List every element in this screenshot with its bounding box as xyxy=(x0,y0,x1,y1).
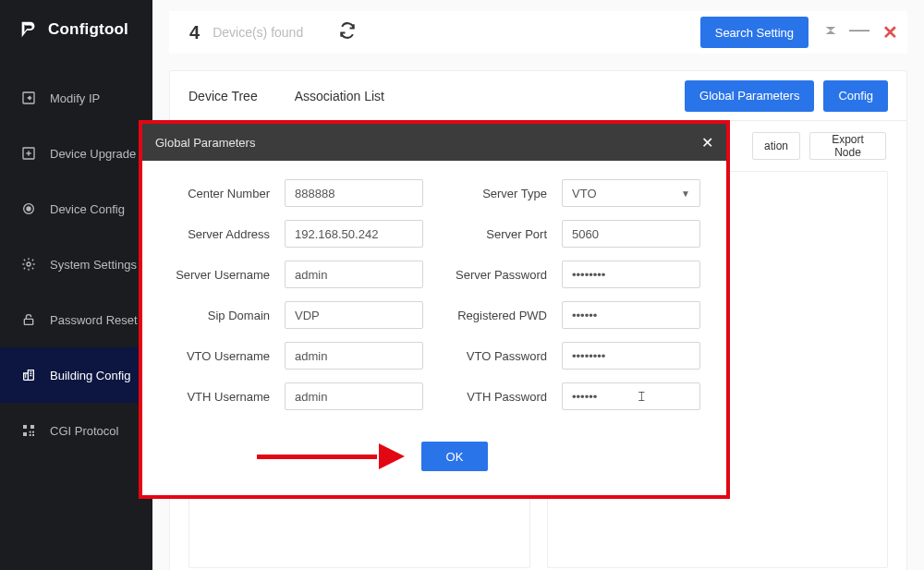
topbar: 4 Device(s) found Search Setting — ✕ xyxy=(169,11,907,54)
tabs-row: Device Tree Association List Global Para… xyxy=(170,71,906,121)
sidebar-item-label: Modify IP xyxy=(50,91,100,105)
svg-rect-7 xyxy=(30,425,34,429)
server-port-input[interactable] xyxy=(562,220,700,248)
center-number-input[interactable] xyxy=(285,179,423,207)
server-username-input[interactable] xyxy=(285,261,423,288)
sidebar-item-label: Building Config xyxy=(50,369,130,382)
label-server-type: Server Type xyxy=(432,187,553,200)
label-server-port: Server Port xyxy=(432,227,553,241)
label-sip-domain: Sip Domain xyxy=(164,309,275,322)
search-setting-button[interactable]: Search Setting xyxy=(700,17,808,48)
tool-button-partial[interactable]: ation xyxy=(752,132,800,160)
tab-device-tree[interactable]: Device Tree xyxy=(188,71,258,120)
vth-username-input[interactable] xyxy=(285,382,423,410)
minimize-button[interactable]: — xyxy=(849,18,869,47)
text-cursor-icon: 𝙸 xyxy=(637,388,647,405)
server-address-input[interactable] xyxy=(285,220,423,248)
sidebar-item-label: System Settings xyxy=(50,258,137,272)
sidebar-item-device-upgrade[interactable]: Device Upgrade xyxy=(0,126,152,181)
app-brand: Configtool xyxy=(0,0,152,59)
sidebar-nav: Modify IP Device Upgrade Device Config S… xyxy=(0,70,152,458)
gear-icon xyxy=(20,257,37,272)
refresh-icon xyxy=(338,21,357,40)
modal-close-button[interactable]: ✕ xyxy=(701,134,713,152)
svg-point-3 xyxy=(27,207,30,211)
target-icon xyxy=(20,201,37,216)
annotation-arrow xyxy=(257,447,405,466)
svg-rect-9 xyxy=(30,431,31,433)
square-return-icon xyxy=(20,91,37,105)
form-grid: Center Number Server Type VTO ▼ Server A… xyxy=(164,179,704,410)
square-plus-icon xyxy=(20,146,37,161)
modal-body: Center Number Server Type VTO ▼ Server A… xyxy=(142,161,726,495)
vto-password-input[interactable] xyxy=(562,342,700,370)
device-found-label: Device(s) found xyxy=(213,25,303,40)
qr-icon xyxy=(20,423,37,438)
label-server-password: Server Password xyxy=(432,268,553,282)
server-password-input[interactable] xyxy=(562,261,700,288)
sidebar-item-label: Device Config xyxy=(50,202,125,216)
close-button[interactable]: ✕ xyxy=(882,21,898,43)
tab-association-list[interactable]: Association List xyxy=(295,71,384,120)
ok-button[interactable]: OK xyxy=(421,442,488,471)
sort-icon xyxy=(823,23,838,38)
label-vto-password: VTO Password xyxy=(432,349,553,363)
server-type-select[interactable]: VTO ▼ xyxy=(562,179,700,207)
sidebar-item-cgi-protocol[interactable]: CGI Protocol xyxy=(0,403,152,458)
sort-button[interactable] xyxy=(823,23,838,42)
svg-rect-12 xyxy=(32,434,34,436)
label-vth-password: VTH Password xyxy=(432,390,553,404)
label-center-number: Center Number xyxy=(164,187,275,200)
sidebar-item-label: CGI Protocol xyxy=(50,424,118,438)
svg-rect-10 xyxy=(32,431,34,433)
building-icon xyxy=(20,368,37,382)
modal-footer: OK xyxy=(164,442,704,471)
export-node-button[interactable]: Export Node xyxy=(809,132,886,160)
svg-rect-11 xyxy=(30,434,31,436)
arrow-line-icon xyxy=(257,455,377,459)
brand-logo-icon xyxy=(18,19,39,40)
svg-rect-5 xyxy=(24,319,32,324)
svg-rect-8 xyxy=(23,432,27,436)
device-count: 4 xyxy=(189,22,200,43)
label-registered-pwd: Registered PWD xyxy=(432,309,553,322)
svg-point-4 xyxy=(27,262,30,266)
sidebar-item-password-reset[interactable]: Password Reset xyxy=(0,292,152,347)
label-vth-username: VTH Username xyxy=(164,390,275,404)
svg-rect-6 xyxy=(23,425,27,429)
sidebar-item-label: Password Reset xyxy=(50,313,138,327)
modal-header: Global Parameters ✕ xyxy=(142,124,726,161)
sip-domain-input[interactable] xyxy=(285,301,423,329)
sidebar-item-system-settings[interactable]: System Settings xyxy=(0,236,152,292)
sidebar-item-label: Device Upgrade xyxy=(50,147,136,161)
arrow-head-icon xyxy=(379,443,405,469)
vth-password-input[interactable] xyxy=(562,382,700,410)
lock-icon xyxy=(20,312,37,327)
sidebar-item-device-config[interactable]: Device Config xyxy=(0,181,152,236)
global-parameters-modal: Global Parameters ✕ Center Number Server… xyxy=(139,120,730,499)
vto-username-input[interactable] xyxy=(285,342,423,370)
sidebar: Configtool Modify IP Device Upgrade Devi… xyxy=(0,0,152,570)
server-type-value: VTO xyxy=(572,187,597,200)
label-server-username: Server Username xyxy=(164,268,275,282)
sidebar-item-modify-ip[interactable]: Modify IP xyxy=(0,70,152,126)
registered-pwd-input[interactable] xyxy=(562,301,700,329)
config-button[interactable]: Config xyxy=(823,80,888,112)
global-parameters-button[interactable]: Global Parameters xyxy=(685,80,814,112)
sidebar-item-building-config[interactable]: Building Config xyxy=(0,347,152,403)
chevron-down-icon: ▼ xyxy=(681,188,690,199)
label-vto-username: VTO Username xyxy=(164,349,275,363)
modal-title: Global Parameters xyxy=(155,136,255,150)
refresh-button[interactable] xyxy=(338,21,357,43)
label-server-address: Server Address xyxy=(164,227,275,241)
app-title: Configtool xyxy=(48,20,128,39)
